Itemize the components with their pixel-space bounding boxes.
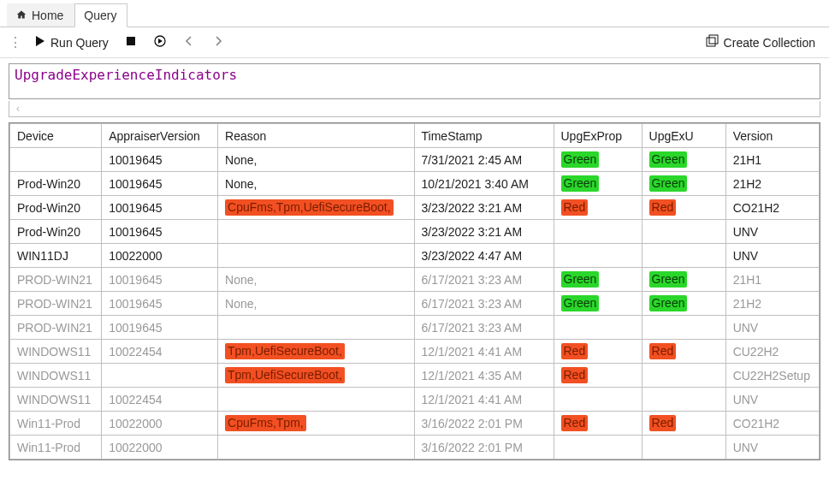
cell-version[interactable]: 21H1: [725, 268, 819, 292]
cell-reason[interactable]: [218, 316, 415, 340]
cell-upgexu[interactable]: Green: [642, 292, 725, 316]
cell-device[interactable]: WINDOWS11: [10, 388, 102, 412]
tab-query[interactable]: Query: [74, 3, 127, 27]
cell-upgexprop[interactable]: Green: [554, 292, 642, 316]
cell-upgexprop[interactable]: Green: [554, 148, 642, 172]
cell-upgexprop[interactable]: [554, 316, 642, 340]
cell-device[interactable]: PROD-WIN21: [10, 292, 102, 316]
cell-device[interactable]: PROD-WIN21: [10, 268, 102, 292]
cell-timestamp[interactable]: 10/21/2021 3:40 AM: [414, 172, 554, 196]
cell-device[interactable]: WINDOWS11: [10, 364, 102, 388]
column-header-device[interactable]: Device: [10, 124, 102, 148]
cell-upgexu[interactable]: Green: [642, 148, 725, 172]
cell-reason[interactable]: CpuFms,Tpm,: [218, 412, 415, 436]
cell-timestamp[interactable]: 12/1/2021 4:35 AM: [414, 364, 554, 388]
cell-appraiser[interactable]: 10022454: [102, 388, 218, 412]
cell-device[interactable]: WIN11DJ: [10, 244, 102, 268]
table-row[interactable]: WINDOWS11Tpm,UefiSecureBoot,12/1/2021 4:…: [10, 364, 820, 388]
cell-appraiser[interactable]: [102, 364, 218, 388]
run-query-button[interactable]: Run Query: [27, 31, 114, 54]
cell-upgexu[interactable]: [642, 220, 725, 244]
cell-appraiser[interactable]: 10019645: [102, 148, 218, 172]
cell-device[interactable]: WINDOWS11: [10, 340, 102, 364]
cell-timestamp[interactable]: 3/16/2022 2:01 PM: [414, 412, 554, 436]
cell-version[interactable]: UNV: [725, 436, 819, 460]
cell-upgexu[interactable]: Green: [642, 172, 725, 196]
cell-upgexu[interactable]: [642, 436, 725, 460]
cell-reason[interactable]: [218, 436, 415, 460]
cell-timestamp[interactable]: 3/23/2022 4:47 AM: [414, 244, 554, 268]
cell-reason[interactable]: Tpm,UefiSecureBoot,: [218, 340, 415, 364]
cell-device[interactable]: Win11-Prod: [10, 412, 102, 436]
stop-button[interactable]: [119, 31, 143, 54]
cell-upgexu[interactable]: [642, 244, 725, 268]
column-header-upgexu[interactable]: UpgExU: [642, 124, 725, 148]
cell-reason[interactable]: Tpm,UefiSecureBoot,: [218, 364, 415, 388]
cell-version[interactable]: 21H2: [725, 292, 819, 316]
cell-device[interactable]: Prod-Win20: [10, 196, 102, 220]
cell-appraiser[interactable]: 10019645: [102, 268, 218, 292]
create-collection-button[interactable]: Create Collection: [701, 31, 820, 54]
cell-timestamp[interactable]: 6/17/2021 3:23 AM: [414, 316, 554, 340]
cell-upgexu[interactable]: Red: [642, 412, 725, 436]
cell-upgexprop[interactable]: Red: [554, 340, 642, 364]
table-row[interactable]: Prod-Win2010019645None,7/31/2021 2:45 AM…: [10, 148, 820, 172]
cell-upgexu[interactable]: Green: [642, 268, 725, 292]
cell-reason[interactable]: [218, 388, 415, 412]
cell-appraiser[interactable]: 10022000: [102, 412, 218, 436]
forward-button[interactable]: [206, 31, 230, 54]
cell-upgexprop[interactable]: Red: [554, 364, 642, 388]
cell-reason[interactable]: [218, 220, 415, 244]
cell-upgexu[interactable]: Red: [642, 340, 725, 364]
table-row[interactable]: WIN11DJ100220003/23/2022 4:47 AMUNV: [10, 244, 820, 268]
cell-upgexprop[interactable]: [554, 388, 642, 412]
cell-upgexu[interactable]: [642, 388, 725, 412]
cell-device[interactable]: Prod-Win20: [10, 172, 102, 196]
cell-reason[interactable]: [218, 244, 415, 268]
cell-appraiser[interactable]: 10022454: [102, 340, 218, 364]
cell-appraiser[interactable]: 10019645: [102, 172, 218, 196]
cell-reason[interactable]: None,: [218, 148, 415, 172]
cell-reason[interactable]: None,: [218, 172, 415, 196]
table-row[interactable]: Prod-Win20100196453/23/2022 3:21 AMUNV: [10, 220, 820, 244]
cell-upgexu[interactable]: [642, 316, 725, 340]
column-header-version[interactable]: Version: [725, 124, 819, 148]
cell-timestamp[interactable]: 3/23/2022 3:21 AM: [414, 220, 554, 244]
table-row[interactable]: Win11-Prod10022000CpuFms,Tpm,3/16/2022 2…: [10, 412, 820, 436]
cell-upgexprop[interactable]: [554, 436, 642, 460]
column-header-reason[interactable]: Reason: [218, 124, 415, 148]
cell-version[interactable]: CU22H2Setup: [725, 364, 819, 388]
cell-timestamp[interactable]: 12/1/2021 4:41 AM: [414, 340, 554, 364]
cell-version[interactable]: CO21H2: [725, 412, 819, 436]
cell-reason[interactable]: CpuFms,Tpm,UefiSecureBoot,: [218, 196, 415, 220]
table-row[interactable]: PROD-WIN2110019645None,6/17/2021 3:23 AM…: [10, 268, 820, 292]
cell-upgexprop[interactable]: Green: [554, 268, 642, 292]
cell-upgexu[interactable]: [642, 364, 725, 388]
cell-device[interactable]: Win11-Prod: [10, 436, 102, 460]
cell-version[interactable]: 21H2: [725, 172, 819, 196]
table-row[interactable]: PROD-WIN21100196456/17/2021 3:23 AMUNV: [10, 316, 820, 340]
table-row[interactable]: WINDOWS111002245412/1/2021 4:41 AMUNV: [10, 388, 820, 412]
table-row[interactable]: Prod-Win2010019645None,10/21/2021 3:40 A…: [10, 172, 820, 196]
cell-timestamp[interactable]: 6/17/2021 3:23 AM: [414, 268, 554, 292]
cell-upgexprop[interactable]: Red: [554, 412, 642, 436]
column-header-upgexprop[interactable]: UpgExProp: [554, 124, 642, 148]
cell-version[interactable]: UNV: [725, 244, 819, 268]
query-editor[interactable]: UpgradeExperienceIndicators: [9, 63, 820, 99]
table-row[interactable]: Win11-Prod100220003/16/2022 2:01 PMUNV: [10, 436, 820, 460]
cell-appraiser[interactable]: 10022000: [102, 244, 218, 268]
column-header-timestamp[interactable]: TimeStamp: [414, 124, 554, 148]
cell-version[interactable]: 21H1: [725, 148, 819, 172]
cell-appraiser[interactable]: 10019645: [102, 292, 218, 316]
cell-device[interactable]: Prod-Win20: [10, 148, 102, 172]
cell-timestamp[interactable]: 6/17/2021 3:23 AM: [414, 292, 554, 316]
cell-device[interactable]: Prod-Win20: [10, 220, 102, 244]
cell-version[interactable]: UNV: [725, 316, 819, 340]
cell-reason[interactable]: None,: [218, 268, 415, 292]
cell-appraiser[interactable]: 10022000: [102, 436, 218, 460]
cell-device[interactable]: PROD-WIN21: [10, 316, 102, 340]
cell-upgexprop[interactable]: [554, 220, 642, 244]
column-header-appraiser[interactable]: AppraiserVersion: [102, 124, 218, 148]
cell-timestamp[interactable]: 12/1/2021 4:41 AM: [414, 388, 554, 412]
cell-timestamp[interactable]: 7/31/2021 2:45 AM: [414, 148, 554, 172]
